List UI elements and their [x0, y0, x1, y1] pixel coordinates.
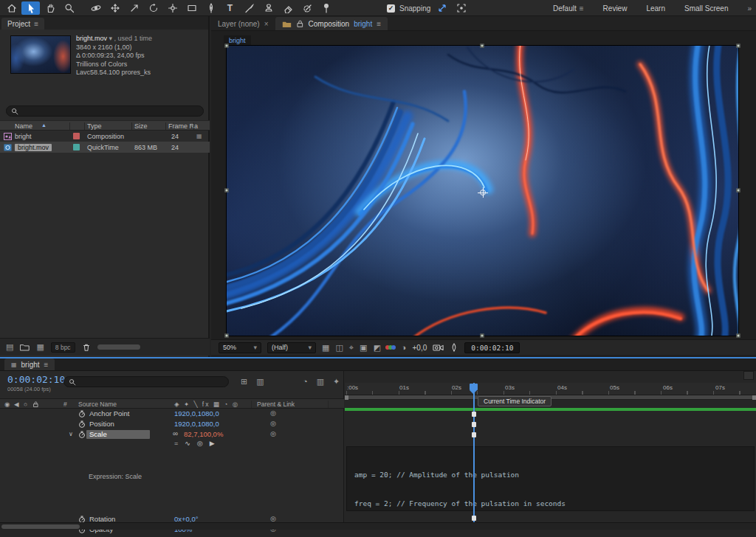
timeline-search-input[interactable]: [63, 376, 229, 387]
audio-column-icon[interactable]: ◀: [14, 401, 19, 408]
property-value[interactable]: 1920,0,1080,0: [174, 420, 219, 428]
video-column-icon[interactable]: ◉: [4, 401, 10, 408]
clone-stamp-tool[interactable]: [259, 1, 278, 15]
lock-column-icon[interactable]: [32, 401, 39, 408]
type-tool[interactable]: T: [221, 1, 239, 15]
anchor-point-indicator[interactable]: [478, 187, 488, 198]
work-area-start-handle[interactable]: [345, 395, 348, 400]
sort-ascending-icon[interactable]: ▲: [41, 122, 47, 128]
pen-tool[interactable]: [202, 1, 220, 15]
pick-whip-icon[interactable]: ◎: [270, 420, 276, 427]
label-color-swatch[interactable]: [73, 133, 80, 139]
composition-view[interactable]: [227, 46, 738, 336]
layer-switches-icons[interactable]: ◈ ✦ ╲ fx ▦ ◔ ◎: [174, 401, 239, 408]
comp-marker-bin[interactable]: [743, 371, 754, 380]
stopwatch-icon[interactable]: [78, 431, 86, 439]
layer-viewer-tab[interactable]: Layer (none) ×: [211, 17, 275, 30]
selection-handle[interactable]: [481, 334, 484, 338]
new-composition-icon[interactable]: ▦: [36, 342, 44, 352]
interpret-footage-icon[interactable]: ▤: [6, 342, 13, 352]
timeline-panel-menu-icon[interactable]: ≡: [44, 361, 49, 369]
current-time-indicator-line[interactable]: [473, 383, 475, 530]
viewer-timecode[interactable]: 0:00:02:10: [464, 342, 520, 353]
snapshot-camera-icon[interactable]: [433, 343, 444, 352]
exposure-icon[interactable]: ◑: [402, 343, 407, 352]
expression-pick-whip-icon[interactable]: ◎: [197, 440, 203, 447]
brush-tool[interactable]: [240, 1, 258, 15]
column-size[interactable]: Size: [134, 122, 148, 130]
project-row-footage-selected[interactable]: bright.mov QuickTime 863 MB 24: [0, 142, 210, 153]
selection-handle[interactable]: [225, 44, 229, 48]
project-search-input[interactable]: [6, 105, 204, 117]
resolution-dropdown[interactable]: (Half) ▾: [267, 342, 316, 353]
roto-brush-tool[interactable]: [298, 1, 316, 15]
property-name[interactable]: Position: [89, 420, 114, 428]
expression-editor[interactable]: amp = 20; // Amplitude of the pulsation …: [346, 446, 755, 511]
selection-tool[interactable]: [21, 1, 40, 15]
solo-column-icon[interactable]: ○: [24, 401, 27, 408]
workspace-menu-icon[interactable]: ≡: [580, 4, 584, 13]
project-row-composition[interactable]: bright Composition 24 ▦: [0, 131, 210, 142]
work-area-end-handle[interactable]: [752, 395, 756, 400]
expression-controls-row[interactable]: = ∿ ◎ ▶: [0, 440, 344, 450]
constrain-proportions-icon[interactable]: ∞: [173, 429, 178, 437]
expression-language-menu-icon[interactable]: ▶: [210, 440, 215, 447]
time-ruler[interactable]: :00s 01s 02s 03s 04s 05s 06s 07s: [345, 383, 756, 395]
label-color-swatch[interactable]: [73, 144, 80, 150]
new-folder-icon[interactable]: [20, 343, 30, 351]
property-row-scale-selected[interactable]: ∨ Scale ∞ 82,7,100,0% ◎: [0, 429, 344, 440]
project-panel-menu-icon[interactable]: ≡: [34, 20, 38, 28]
mask-visibility-icon[interactable]: ⌖: [349, 343, 354, 353]
puppet-pin-tool[interactable]: [317, 1, 335, 15]
trash-icon[interactable]: [82, 343, 91, 352]
pick-whip-icon[interactable]: ◎: [270, 430, 276, 437]
composition-viewer-tab[interactable]: Composition bright ≡: [275, 17, 388, 30]
property-name[interactable]: Scale: [86, 430, 150, 439]
thumbnail-size-slider[interactable]: [97, 344, 140, 350]
workspace-overflow-chevrons[interactable]: »: [747, 4, 752, 13]
region-of-interest-icon[interactable]: ▣: [360, 343, 367, 353]
shy-icon[interactable]: ◔: [303, 377, 308, 387]
comp-flowchart-icon[interactable]: ⊞: [241, 377, 247, 387]
dolly-camera-tool[interactable]: [125, 1, 143, 15]
project-tab[interactable]: Project ≡: [1, 18, 44, 30]
selection-handle[interactable]: [225, 189, 229, 193]
selection-handle[interactable]: [225, 334, 229, 338]
project-bit-depth[interactable]: 8 bpc: [51, 342, 75, 353]
column-parent-link[interactable]: Parent & Link: [257, 401, 295, 408]
column-source-name[interactable]: Source Name: [78, 401, 117, 408]
viewer-panel-menu-icon[interactable]: ≡: [377, 20, 381, 28]
selection-handle[interactable]: [737, 334, 740, 338]
pan-behind-tool[interactable]: [163, 1, 182, 15]
hand-tool[interactable]: [41, 1, 59, 15]
pick-whip-icon[interactable]: ◎: [270, 515, 276, 522]
transparency-grid-icon[interactable]: ◩: [373, 343, 380, 353]
stopwatch-icon[interactable]: [78, 410, 86, 418]
workspace-default[interactable]: Default≡: [553, 4, 584, 13]
footage-name[interactable]: bright.mov: [76, 35, 107, 42]
draft-3d-icon[interactable]: ▥: [256, 377, 264, 387]
motion-blur-icon[interactable]: ✦: [333, 377, 340, 387]
column-name[interactable]: Name: [15, 122, 32, 130]
column-type[interactable]: Type: [87, 122, 102, 130]
show-channel-icon[interactable]: [387, 345, 396, 350]
stopwatch-icon[interactable]: [78, 420, 86, 429]
snap-along-edges-icon[interactable]: [435, 2, 450, 14]
zoom-tool[interactable]: [60, 1, 78, 15]
eraser-tool[interactable]: [278, 1, 297, 15]
selection-handle[interactable]: [737, 44, 740, 48]
pick-whip-icon[interactable]: ◎: [270, 409, 276, 417]
property-row-position[interactable]: Position 1920,0,1080,0 ◎: [0, 419, 344, 429]
property-value[interactable]: 1920,0,1080,0: [174, 409, 219, 418]
expression-enable-icon[interactable]: =: [174, 440, 178, 447]
workspace-small-screen[interactable]: Small Screen: [684, 4, 728, 13]
lock-icon[interactable]: [296, 19, 304, 28]
workspace-learn[interactable]: Learn: [646, 4, 665, 13]
snapping-checkbox[interactable]: ✓: [387, 4, 395, 13]
property-value-modified[interactable]: 82,7,100,0%: [184, 430, 223, 438]
shape-tool[interactable]: [182, 1, 201, 15]
timeline-tab[interactable]: ▦ bright ≡: [4, 358, 55, 370]
property-name[interactable]: Anchor Point: [89, 409, 129, 418]
orbit-camera-tool[interactable]: [86, 1, 105, 15]
close-tab-icon[interactable]: ×: [264, 20, 269, 28]
